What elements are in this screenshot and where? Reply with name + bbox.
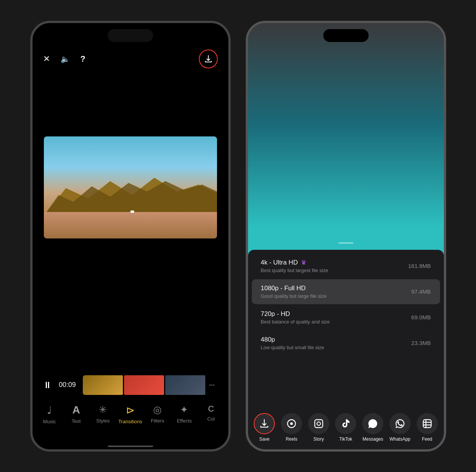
help-button[interactable]: ? xyxy=(81,54,85,64)
dynamic-island-right xyxy=(323,29,369,42)
quality-row-720p[interactable]: 720p - HD Best balance of quality and si… xyxy=(252,305,440,330)
story-label: Story xyxy=(313,436,324,442)
svg-point-5 xyxy=(317,422,320,425)
time-display: 00:09 xyxy=(59,381,76,389)
filters-label: Filters xyxy=(151,418,164,424)
messages-icon xyxy=(367,418,378,429)
phone-right: 4k - Ultra HD ♛ Best quality but largest… xyxy=(246,21,446,452)
messages-icon-wrap xyxy=(362,413,383,434)
timeline-thumbnails[interactable]: ··· xyxy=(83,375,218,395)
toolbar-items: ♩ Music A Text ✳ Styles ⊳ Transitions ◎ xyxy=(33,400,228,424)
bottom-toolbar: ♩ Music A Text ✳ Styles ⊳ Transitions ◎ xyxy=(33,400,228,442)
text-label: Text xyxy=(72,418,81,424)
toolbar-item-transitions[interactable]: ⊳ Transitions xyxy=(118,404,142,424)
share-item-tiktok[interactable]: TikTok xyxy=(333,413,358,442)
transitions-icon: ⊳ xyxy=(126,404,135,416)
thumbnails-more: ··· xyxy=(206,375,218,395)
drag-handle[interactable] xyxy=(338,242,354,244)
reels-icon xyxy=(286,418,297,429)
crown-icon: ♛ xyxy=(301,259,306,266)
toolbar-item-music[interactable]: ♩ Music xyxy=(38,404,61,424)
story-icon xyxy=(313,418,324,429)
share-item-save[interactable]: Save xyxy=(252,413,276,442)
export-button[interactable] xyxy=(199,50,218,68)
phones-container: ✕ 🔈 ? xyxy=(30,21,446,452)
svg-rect-6 xyxy=(423,419,431,427)
play-pause-button[interactable]: ⏸ xyxy=(43,380,52,390)
quality-row-1080p[interactable]: 1080p - Full HD Good quality but large f… xyxy=(252,279,440,304)
thumbnail-3 xyxy=(165,375,205,395)
quality-row-4k[interactable]: 4k - Ultra HD ♛ Best quality but largest… xyxy=(252,254,440,279)
quality-title-480p: 480p xyxy=(261,336,324,344)
volume-icon: 🔈 xyxy=(60,54,70,63)
top-left-icons: ✕ 🔈 ? xyxy=(43,54,85,64)
whatsapp-label: WhatsApp xyxy=(389,436,410,442)
svg-point-3 xyxy=(290,422,293,425)
timeline-bar: ⏸ 00:09 ··· xyxy=(33,370,228,400)
tiktok-icon-wrap xyxy=(335,413,356,434)
desert-floor xyxy=(44,212,217,238)
feed-icon-wrap xyxy=(417,413,438,434)
quality-desc-480p: Low quality but small file size xyxy=(261,345,324,350)
video-landscape xyxy=(44,136,217,238)
effects-icon: ✦ xyxy=(180,404,188,416)
video-preview xyxy=(44,136,217,238)
close-icon: ✕ xyxy=(43,54,50,64)
close-button[interactable]: ✕ xyxy=(43,54,50,64)
car-dot xyxy=(130,210,134,213)
right-background xyxy=(248,23,444,279)
text-icon: A xyxy=(72,404,80,416)
transitions-label: Transitions xyxy=(118,419,142,424)
feed-icon xyxy=(422,418,433,429)
quality-title-1080p: 1080p - Full HD xyxy=(261,285,327,292)
quality-desc-4k: Best quality but largest file size xyxy=(261,268,328,273)
effects-label: Effects xyxy=(177,418,192,424)
quality-options: 4k - Ultra HD ♛ Best quality but largest… xyxy=(248,250,444,359)
save-icon xyxy=(259,418,270,429)
quality-info-720p: 720p - HD Best balance of quality and si… xyxy=(261,310,330,325)
tiktok-icon xyxy=(340,418,351,429)
quality-desc-1080p: Good quality but large file size xyxy=(261,293,327,299)
story-icon-wrap xyxy=(308,413,329,434)
phone-left: ✕ 🔈 ? xyxy=(30,21,231,452)
share-item-messages[interactable]: Messages xyxy=(361,413,385,442)
mountain-svg xyxy=(44,174,217,216)
save-icon-wrap xyxy=(254,413,275,434)
tiktok-label: TikTok xyxy=(339,436,352,442)
save-label: Save xyxy=(259,436,270,442)
quality-info-1080p: 1080p - Full HD Good quality but large f… xyxy=(261,285,327,299)
whatsapp-icon xyxy=(395,418,405,429)
quality-size-480p: 23.3MB xyxy=(411,340,431,346)
reels-icon-wrap xyxy=(281,413,302,434)
toolbar-item-styles[interactable]: ✳ Styles xyxy=(91,404,114,424)
bottom-sheet: 4k - Ultra HD ♛ Best quality but largest… xyxy=(248,250,444,449)
music-label: Music xyxy=(43,419,56,424)
share-item-reels[interactable]: Reels xyxy=(279,413,304,442)
quality-size-1080p: 97.4MB xyxy=(411,288,431,295)
col-label: Col xyxy=(207,416,215,422)
top-bar: ✕ 🔈 ? xyxy=(33,50,228,68)
toolbar-item-filters[interactable]: ◎ Filters xyxy=(146,404,169,424)
messages-label: Messages xyxy=(363,436,383,442)
toolbar-item-col[interactable]: C Col xyxy=(200,404,222,422)
share-item-whatsapp[interactable]: WhatsApp xyxy=(388,413,412,442)
quality-row-480p[interactable]: 480p Low quality but small file size 23.… xyxy=(252,331,440,356)
styles-label: Styles xyxy=(96,418,110,424)
feed-label: Feed xyxy=(422,436,432,442)
styles-icon: ✳ xyxy=(99,404,107,416)
pause-icon: ⏸ xyxy=(43,380,52,390)
toolbar-item-effects[interactable]: ✦ Effects xyxy=(173,404,195,424)
export-icon xyxy=(204,54,213,63)
reels-label: Reels xyxy=(286,436,298,442)
quality-size-4k: 161.8MB xyxy=(408,263,431,269)
music-icon: ♩ xyxy=(47,404,52,416)
help-icon: ? xyxy=(81,54,85,64)
share-item-feed[interactable]: Feed xyxy=(415,413,439,442)
volume-button[interactable]: 🔈 xyxy=(60,54,70,63)
filters-icon: ◎ xyxy=(153,404,162,416)
quality-title-720p: 720p - HD xyxy=(261,310,330,318)
quality-title-4k: 4k - Ultra HD ♛ xyxy=(261,259,328,266)
toolbar-item-text[interactable]: A Text xyxy=(65,404,88,424)
share-item-story[interactable]: Story xyxy=(307,413,331,442)
svg-rect-4 xyxy=(315,419,323,427)
